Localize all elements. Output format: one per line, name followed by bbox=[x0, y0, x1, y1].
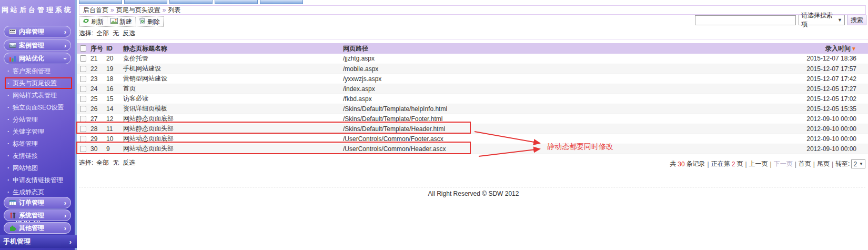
cell-title[interactable]: 网站静态页面头部 bbox=[122, 124, 342, 134]
chevron-right-icon: › bbox=[69, 238, 72, 246]
delete-button[interactable]: 删除 bbox=[136, 17, 163, 26]
table-row: 2712网站静态页面底部/Skins/Default/Template/Foot… bbox=[77, 114, 868, 124]
row-checkbox[interactable] bbox=[80, 86, 86, 92]
cell-title[interactable]: 访客必读 bbox=[122, 94, 342, 104]
cell-index: 22 bbox=[89, 64, 105, 74]
breadcrumb-home[interactable]: 后台首页 bbox=[83, 6, 108, 14]
prev-page-link[interactable]: 上一页 bbox=[749, 159, 768, 168]
goto-page-select[interactable]: 2 ▼ bbox=[851, 159, 865, 168]
select-invert-link[interactable]: 反选 bbox=[123, 159, 135, 166]
content-grid-icon bbox=[8, 28, 16, 35]
cell-time: 2015-12-07 17:57 bbox=[657, 64, 868, 74]
search-area: 请选择搜索项 ▼ 搜索 bbox=[695, 15, 866, 25]
caret-down-icon: ▼ bbox=[837, 17, 842, 23]
sidebar-subitem[interactable]: 网站地图 bbox=[0, 162, 75, 174]
cell-time: 2015-12-05 17:02 bbox=[657, 94, 868, 104]
copyright-text: All Right Reserved © SDW 2012 bbox=[79, 190, 868, 197]
table-row-dynamic-header: 309网站动态页面头部/UserControls/Common/Header.a… bbox=[77, 144, 868, 154]
sidebar-item-label: 系统管理 bbox=[19, 211, 64, 220]
cell-index: 21 bbox=[89, 54, 105, 64]
row-checkbox[interactable] bbox=[80, 66, 86, 72]
row-checkbox[interactable] bbox=[80, 136, 86, 142]
pager-separator: | bbox=[795, 161, 796, 168]
search-field-select[interactable]: 请选择搜索项 ▼ bbox=[799, 15, 845, 25]
sidebar-item-seo[interactable]: 网站优化 › bbox=[4, 53, 71, 64]
select-all-checkbox[interactable] bbox=[80, 45, 86, 52]
sidebar-subitem[interactable]: 友情链接 bbox=[0, 150, 75, 162]
search-input[interactable] bbox=[695, 15, 796, 25]
sidebar-item-label: 案例管理 bbox=[19, 41, 64, 50]
row-checkbox[interactable] bbox=[80, 126, 86, 132]
cell-index: 28 bbox=[89, 124, 105, 134]
cell-path: /Skins/Default/Template/Footer.html bbox=[342, 114, 657, 124]
cell-path: /yxxwzjs.aspx bbox=[342, 74, 657, 84]
sidebar-subitem-highlighted[interactable]: 页头与页尾设置 bbox=[0, 77, 75, 89]
create-button[interactable]: 新建 bbox=[107, 17, 136, 26]
row-checkbox[interactable] bbox=[80, 96, 86, 102]
refresh-button[interactable]: 刷新 bbox=[79, 17, 107, 26]
cell-title[interactable]: 首页 bbox=[122, 84, 342, 94]
sidebar-item-system[interactable]: 系统管理 › bbox=[4, 209, 71, 221]
col-header-index: 序号 bbox=[89, 43, 105, 54]
sidebar-item-content[interactable]: 内容管理 › bbox=[4, 26, 71, 37]
cell-title[interactable]: 营销型网站建设 bbox=[122, 74, 342, 84]
sidebar-subitem[interactable]: 分站管理 bbox=[0, 114, 75, 126]
cell-index: 23 bbox=[89, 74, 105, 84]
chevron-right-icon: › bbox=[64, 28, 66, 35]
select-invert-link[interactable]: 反选 bbox=[123, 29, 135, 37]
col-header-title: 静态页标题名称 bbox=[122, 43, 342, 54]
top-tab-strip bbox=[79, 0, 303, 4]
breadcrumb: 后台首页»页尾与页头设置»列表 bbox=[79, 5, 866, 15]
breadcrumb-section[interactable]: 页尾与页头设置 bbox=[116, 6, 160, 14]
sidebar-subitem[interactable]: 申请友情链接管理 bbox=[0, 174, 75, 186]
col-header-time[interactable]: 录入时间▼ bbox=[657, 43, 868, 54]
cell-id: 14 bbox=[105, 104, 122, 114]
row-checkbox[interactable] bbox=[80, 146, 86, 152]
table-row: 2120竞价托管/jjzhtg.aspx2015-12-07 18:36 bbox=[77, 54, 868, 64]
select-all-link[interactable]: 全部 bbox=[96, 29, 109, 37]
row-checkbox[interactable] bbox=[80, 76, 86, 82]
select-bar-top: 选择:全部无反选 bbox=[79, 29, 139, 38]
next-page-link: 下一页 bbox=[774, 159, 793, 168]
sidebar-item-orders[interactable]: 订单管理 › bbox=[4, 197, 71, 208]
sidebar-item-other[interactable]: 其他管理 › bbox=[4, 222, 71, 234]
total-prefix: 共 bbox=[670, 159, 676, 168]
cell-index: 29 bbox=[89, 134, 105, 144]
sidebar-item-mobile[interactable]: 手机管理 › bbox=[0, 235, 77, 248]
current-prefix: 正在第 bbox=[711, 159, 730, 168]
cell-id: 9 bbox=[105, 144, 122, 154]
sidebar-subitem[interactable]: 关键字管理 bbox=[0, 126, 75, 138]
cell-title[interactable]: 手机网站建设 bbox=[122, 64, 342, 74]
sidebar-item-label: 内容管理 bbox=[19, 27, 64, 36]
total-suffix: 条记录 bbox=[687, 159, 705, 168]
cell-id: 16 bbox=[105, 84, 122, 94]
cell-title[interactable]: 竞价托管 bbox=[122, 54, 342, 64]
sidebar-subitem[interactable]: 独立页面SEO设置 bbox=[0, 102, 75, 114]
sidebar-subitem[interactable]: 标签管理 bbox=[0, 138, 75, 150]
delete-label: 删除 bbox=[147, 17, 160, 26]
select-none-link[interactable]: 无 bbox=[113, 159, 119, 166]
sidebar-subitem[interactable]: 客户案例管理 bbox=[0, 65, 75, 77]
first-page-link[interactable]: 首页 bbox=[799, 159, 811, 168]
tab-strip-segment bbox=[169, 0, 213, 4]
table-row: 2219手机网站建设/mobile.aspx2015-12-07 17:57 bbox=[77, 64, 868, 74]
last-page-link[interactable]: 尾页 bbox=[817, 159, 830, 168]
select-all-link[interactable]: 全部 bbox=[96, 159, 109, 166]
chevron-right-icon: › bbox=[64, 212, 66, 219]
cell-title[interactable]: 网站动态页面底部 bbox=[122, 134, 342, 144]
cell-id: 11 bbox=[105, 124, 122, 134]
row-checkbox[interactable] bbox=[80, 116, 86, 122]
select-none-link[interactable]: 无 bbox=[113, 29, 119, 37]
row-checkbox[interactable] bbox=[80, 106, 86, 112]
cell-title[interactable]: 资讯详细页模板 bbox=[122, 104, 342, 114]
cell-time: 2015-12-05 15:35 bbox=[657, 104, 868, 114]
sidebar-item-cases[interactable]: 案例管理 › bbox=[4, 39, 71, 51]
search-field-select-value: 请选择搜索项 bbox=[801, 11, 837, 29]
sidebar-subitem[interactable]: 网站样式表管理 bbox=[0, 89, 75, 102]
search-button[interactable]: 搜索 bbox=[847, 15, 866, 25]
bar-chart-icon bbox=[8, 55, 16, 62]
tab-strip-segment bbox=[260, 0, 303, 4]
cell-title[interactable]: 网站静态页面底部 bbox=[122, 114, 342, 124]
row-checkbox[interactable] bbox=[80, 55, 86, 62]
cell-title[interactable]: 网站动态页面头部 bbox=[122, 144, 342, 154]
